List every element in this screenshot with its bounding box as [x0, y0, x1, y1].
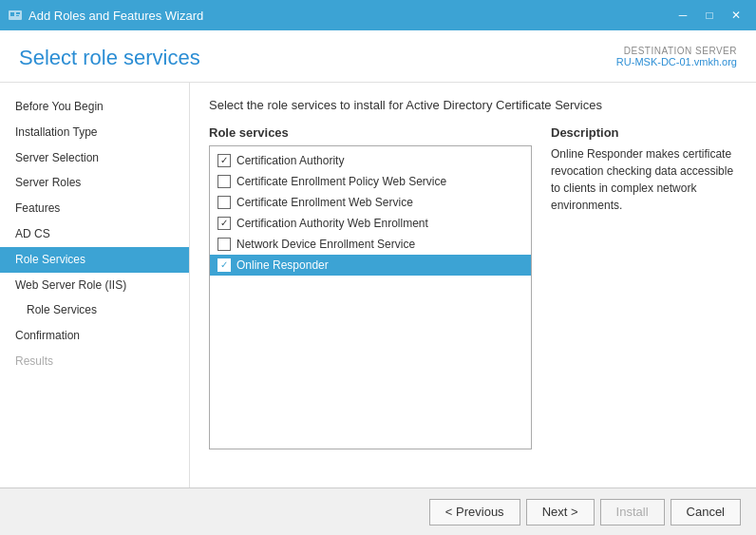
sidebar: Before You BeginInstallation TypeServer …: [0, 83, 190, 487]
service-label: Certificate Enrollment Web Service: [236, 196, 413, 209]
wizard-footer: < Previous Next > Install Cancel: [0, 487, 756, 535]
wizard-container: Select role services DESTINATION SERVER …: [0, 30, 756, 535]
minimize-button[interactable]: ─: [671, 5, 695, 26]
title-bar-title: Add Roles and Features Wizard: [28, 9, 203, 23]
svg-rect-2: [16, 12, 20, 14]
title-bar-controls: ─ □ ✕: [671, 5, 748, 26]
checkbox-icon: [217, 175, 231, 188]
destination-server: DESTINATION SERVER RU-MSK-DC-01.vmkh.org: [616, 46, 737, 67]
role-services-panel: Role services ✓Certification AuthorityCe…: [209, 125, 532, 449]
previous-button[interactable]: < Previous: [429, 499, 520, 525]
content-description: Select the role services to install for …: [209, 98, 737, 112]
install-button[interactable]: Install: [600, 499, 665, 525]
list-item[interactable]: ✓Certification Authority: [210, 150, 531, 171]
wizard-content: Select the role services to install for …: [190, 83, 756, 487]
maximize-button[interactable]: □: [697, 5, 722, 26]
services-list: ✓Certification AuthorityCertificate Enro…: [209, 145, 532, 449]
checkbox-icon: [217, 196, 231, 209]
list-item[interactable]: Network Device Enrollment Service: [210, 234, 531, 255]
sidebar-item[interactable]: Server Selection: [0, 145, 189, 171]
list-item[interactable]: ✓Online Responder: [210, 255, 531, 276]
next-button[interactable]: Next >: [526, 499, 595, 525]
checkbox-icon: [217, 238, 231, 251]
description-text: Online Responder makes certificate revoc…: [551, 145, 737, 214]
service-label: Network Device Enrollment Service: [236, 238, 415, 251]
check-mark-icon: ✓: [220, 156, 228, 165]
server-name: RU-MSK-DC-01.vmkh.org: [616, 56, 737, 67]
sidebar-item[interactable]: Server Roles: [0, 170, 189, 196]
check-mark-icon: ✓: [220, 260, 228, 270]
content-columns: Role services ✓Certification AuthorityCe…: [209, 125, 737, 449]
sidebar-item[interactable]: Role Services: [0, 297, 189, 323]
checkbox-icon: ✓: [217, 258, 231, 272]
sidebar-item[interactable]: Web Server Role (IIS): [0, 273, 189, 298]
wizard-icon: [8, 8, 23, 23]
check-mark-icon: ✓: [220, 219, 228, 228]
sidebar-item[interactable]: Features: [0, 196, 189, 221]
wizard-body: Before You BeginInstallation TypeServer …: [0, 83, 756, 487]
sidebar-item[interactable]: Before You Begin: [0, 94, 189, 120]
list-item[interactable]: Certificate Enrollment Policy Web Servic…: [210, 171, 531, 192]
title-bar-left: Add Roles and Features Wizard: [8, 8, 203, 23]
checkbox-icon: ✓: [217, 154, 231, 167]
sidebar-item: Results: [0, 349, 189, 374]
sidebar-item[interactable]: Confirmation: [0, 323, 189, 349]
checkbox-icon: ✓: [217, 217, 231, 230]
destination-label: DESTINATION SERVER: [616, 46, 737, 56]
service-label: Certification Authority: [236, 154, 344, 167]
list-item[interactable]: ✓Certification Authority Web Enrollment: [210, 213, 531, 234]
service-label: Certificate Enrollment Policy Web Servic…: [236, 175, 446, 188]
sidebar-item[interactable]: Role Services: [0, 247, 189, 273]
page-title: Select role services: [19, 46, 200, 70]
sidebar-item[interactable]: Installation Type: [0, 120, 189, 145]
description-header: Description: [551, 125, 737, 140]
list-item[interactable]: Certificate Enrollment Web Service: [210, 192, 531, 213]
title-bar: Add Roles and Features Wizard ─ □ ✕: [0, 0, 756, 30]
role-services-header: Role services: [209, 125, 532, 140]
svg-rect-3: [16, 15, 19, 16]
sidebar-item[interactable]: AD CS: [0, 221, 189, 247]
description-panel: Description Online Responder makes certi…: [551, 125, 737, 449]
wizard-header: Select role services DESTINATION SERVER …: [0, 30, 756, 83]
svg-rect-1: [10, 12, 14, 16]
cancel-button[interactable]: Cancel: [671, 499, 741, 525]
service-label: Certification Authority Web Enrollment: [236, 217, 428, 230]
service-label: Online Responder: [236, 258, 329, 272]
close-button[interactable]: ✕: [724, 5, 748, 26]
